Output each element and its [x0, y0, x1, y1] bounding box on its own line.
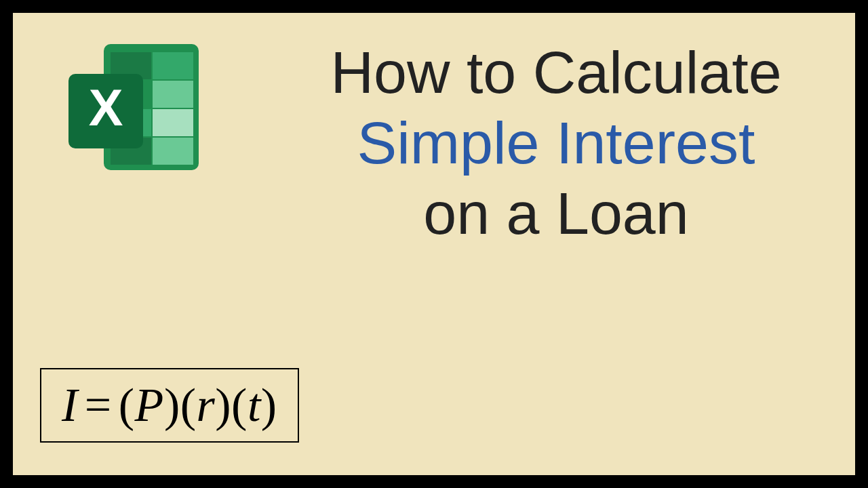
title-line-1: How to Calculate — [298, 37, 814, 108]
formula-equals: = — [85, 379, 112, 431]
svg-rect-2 — [153, 52, 193, 79]
excel-icon: X — [62, 39, 211, 184]
formula-box: I=(P)(r)(t) — [40, 368, 299, 443]
formula-term-t: t — [248, 379, 261, 431]
slide-title: How to Calculate Simple Interest on a Lo… — [298, 37, 814, 248]
svg-rect-6 — [153, 109, 193, 136]
formula-lhs: I — [62, 379, 78, 431]
slide-frame: X How to Calculate Simple Interest on a … — [12, 12, 856, 476]
svg-rect-4 — [153, 81, 193, 108]
svg-rect-8 — [153, 138, 193, 165]
formula-term-r: r — [197, 379, 216, 431]
title-line-3: on a Loan — [298, 178, 814, 249]
formula-term-p: P — [135, 379, 164, 431]
svg-text:X: X — [89, 79, 123, 136]
title-line-2: Simple Interest — [298, 108, 814, 178]
